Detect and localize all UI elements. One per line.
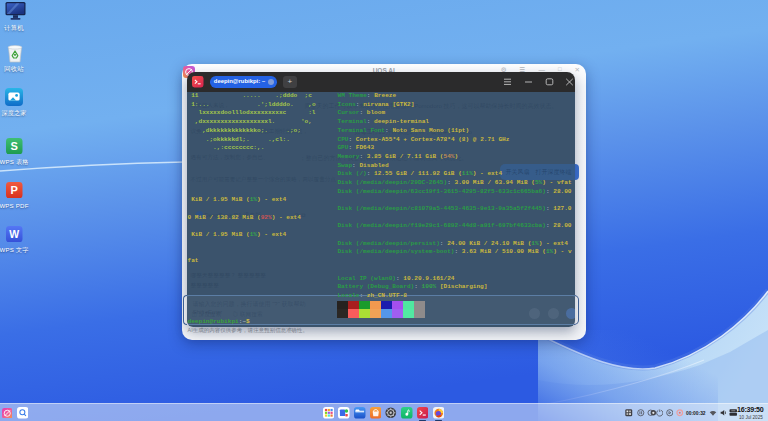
svg-text:W: W bbox=[9, 229, 19, 240]
svg-text:P: P bbox=[11, 184, 18, 196]
svg-text:S: S bbox=[11, 140, 18, 152]
